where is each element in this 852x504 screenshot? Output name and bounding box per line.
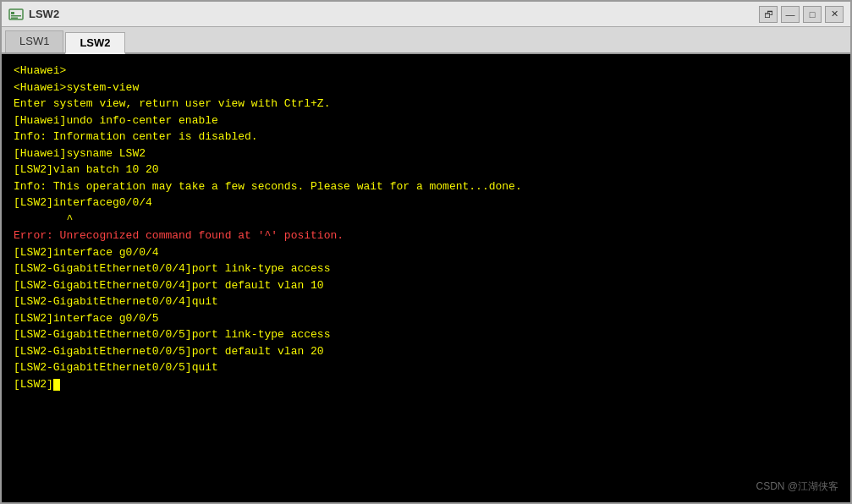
watermark: CSDN @江湖侠客	[756, 479, 838, 494]
terminal-line: [LSW2]	[14, 376, 838, 393]
terminal-line: ^	[14, 211, 838, 228]
minimize-button[interactable]: —	[781, 6, 800, 23]
window-title: LSW2	[29, 8, 59, 20]
svg-rect-1	[11, 12, 14, 14]
window-icon	[8, 7, 24, 22]
terminal-line: <Huawei>system-view	[14, 79, 838, 96]
title-bar-left: LSW2	[8, 7, 59, 22]
terminal-area[interactable]: <Huawei><Huawei>system-viewEnter system …	[2, 54, 850, 502]
terminal-line: [LSW2]vlan batch 10 20	[14, 162, 838, 178]
terminal-line: <Huawei>	[14, 63, 838, 79]
tab-bar: LSW1 LSW2	[2, 27, 850, 54]
terminal-cursor	[53, 379, 60, 391]
tab-lsw2[interactable]: LSW2	[65, 32, 124, 54]
terminal-line: [LSW2]interfaceg0/0/4	[14, 194, 838, 211]
terminal-line: [LSW2]interface g0/0/4	[14, 244, 838, 261]
main-window: LSW2 🗗 — □ ✕ LSW1 LSW2 <Huawei><Huawei>s…	[0, 0, 852, 504]
terminal-line: [LSW2-GigabitEthernet0/0/5]quit	[14, 359, 838, 376]
terminal-line: [Huawei]undo info-center enable	[14, 112, 838, 129]
terminal-line: [LSW2-GigabitEthernet0/0/5]port link-typ…	[14, 326, 838, 343]
svg-rect-2	[11, 15, 21, 17]
terminal-line: [LSW2-GigabitEthernet0/0/4]port link-typ…	[14, 260, 838, 277]
terminal-line: [LSW2-GigabitEthernet0/0/5]port default …	[14, 343, 838, 360]
title-bar: LSW2 🗗 — □ ✕	[2, 2, 850, 27]
terminal-line: Enter system view, return user view with…	[14, 96, 838, 112]
terminal-line: [LSW2-GigabitEthernet0/0/4]quit	[14, 293, 838, 310]
title-bar-controls: 🗗 — □ ✕	[759, 6, 844, 23]
terminal-line: Error: Unrecognized command found at '^'…	[14, 227, 838, 244]
terminal-content: <Huawei><Huawei>system-viewEnter system …	[14, 63, 838, 392]
close-button[interactable]: ✕	[825, 6, 844, 23]
terminal-line: Info: This operation may take a few seco…	[14, 178, 838, 195]
terminal-line: [LSW2]interface g0/0/5	[14, 310, 838, 327]
tab-lsw1[interactable]: LSW1	[5, 30, 63, 52]
svg-rect-3	[11, 17, 18, 19]
restore-button[interactable]: 🗗	[759, 6, 778, 23]
maximize-button[interactable]: □	[803, 6, 822, 23]
terminal-line: Info: Information center is disabled.	[14, 129, 838, 145]
terminal-line: [Huawei]sysname LSW2	[14, 145, 838, 162]
terminal-line: [LSW2-GigabitEthernet0/0/4]port default …	[14, 277, 838, 294]
